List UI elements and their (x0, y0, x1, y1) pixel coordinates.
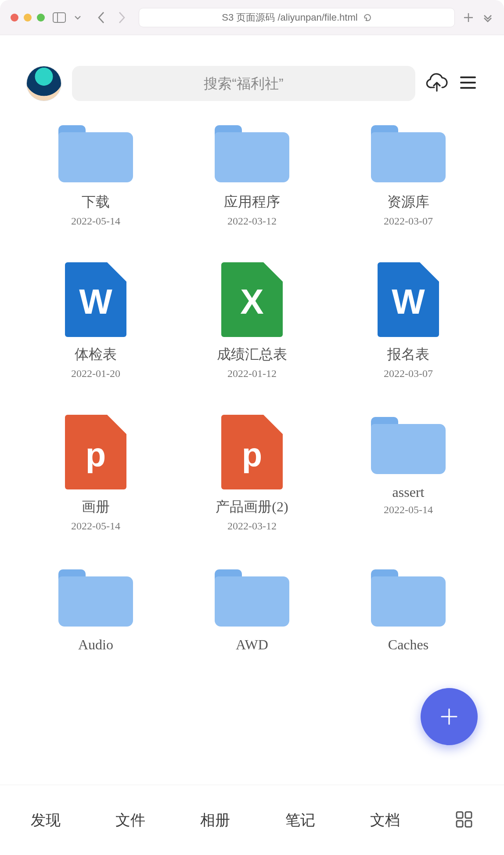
file-item[interactable]: AWD (174, 567, 330, 656)
nav-back-icon[interactable] (97, 11, 106, 24)
word-file-icon: W (58, 262, 133, 337)
file-name: Caches (388, 637, 428, 653)
file-item[interactable]: p画册2022-05-14 (18, 415, 174, 532)
svg-rect-0 (53, 13, 65, 22)
file-grid: 下载2022-05-14应用程序2022-03-12资源库2022-03-07W… (0, 114, 504, 656)
folder-icon (371, 123, 446, 185)
file-name: AWD (236, 637, 268, 653)
file-item[interactable]: assert2022-05-14 (330, 415, 486, 532)
svg-rect-13 (465, 821, 472, 827)
file-date: 2022-01-20 (71, 368, 120, 380)
file-date: 2022-05-14 (384, 504, 433, 516)
tab-docs[interactable]: 文档 (370, 810, 400, 830)
tab-album[interactable]: 相册 (200, 810, 230, 830)
file-date: 2022-03-07 (384, 215, 433, 227)
file-name: 产品画册(2) (216, 497, 288, 517)
file-name: 应用程序 (224, 192, 280, 212)
file-item[interactable]: W报名表2022-03-07 (330, 262, 486, 380)
ppt-file-icon: p (215, 415, 289, 489)
file-item[interactable]: Audio (18, 567, 174, 656)
file-item[interactable]: p产品画册(2)2022-03-12 (174, 415, 330, 532)
file-date: 2022-05-14 (71, 520, 120, 532)
zoom-window-icon[interactable] (37, 14, 45, 22)
file-name: Audio (78, 637, 113, 653)
close-window-icon[interactable] (11, 14, 18, 22)
word-file-icon: W (371, 262, 446, 337)
add-button[interactable] (421, 688, 478, 745)
file-name: 画册 (82, 497, 110, 517)
overflow-icon[interactable] (482, 12, 493, 23)
file-grid-viewport: 下载2022-05-14应用程序2022-03-12资源库2022-03-07W… (0, 114, 504, 782)
folder-icon (371, 567, 446, 629)
file-date: 2022-03-07 (384, 368, 433, 380)
app-header (0, 35, 504, 114)
svg-rect-11 (465, 812, 472, 818)
file-date: 2022-01-12 (227, 368, 277, 380)
tab-files[interactable]: 文件 (115, 810, 145, 830)
ppt-file-icon: p (58, 415, 133, 489)
tab-discover[interactable]: 发现 (31, 810, 61, 830)
file-name: 报名表 (387, 345, 429, 364)
folder-icon (58, 123, 133, 185)
file-item[interactable]: W体检表2022-01-20 (18, 262, 174, 380)
file-item[interactable]: Caches (330, 567, 486, 656)
apps-grid-icon[interactable] (455, 810, 473, 830)
file-date: 2022-03-12 (227, 520, 277, 532)
avatar[interactable] (26, 66, 61, 101)
folder-icon (215, 123, 289, 185)
browser-toolbar: S3 页面源码 /aliyunpan/file.html (0, 0, 504, 35)
file-name: 体检表 (75, 345, 117, 364)
search-text-input[interactable] (85, 76, 402, 92)
minimize-window-icon[interactable] (24, 14, 32, 22)
file-item[interactable]: X成绩汇总表2022-01-12 (174, 262, 330, 380)
file-name: 成绩汇总表 (217, 345, 287, 364)
file-name: assert (392, 484, 425, 500)
svg-rect-12 (457, 821, 463, 827)
file-name: 资源库 (387, 192, 429, 212)
url-text: S3 页面源码 /aliyunpan/file.html (222, 11, 357, 24)
file-item[interactable]: 下载2022-05-14 (18, 123, 174, 227)
file-item[interactable]: 应用程序2022-03-12 (174, 123, 330, 227)
file-date: 2022-05-14 (71, 215, 120, 227)
bottom-nav: 发现 文件 相册 笔记 文档 (0, 785, 504, 855)
reload-icon[interactable] (363, 13, 372, 22)
chevron-down-icon[interactable] (74, 14, 82, 22)
search-input[interactable] (72, 66, 415, 101)
sidebar-toggle-icon[interactable] (53, 12, 66, 23)
window-controls (11, 14, 45, 22)
new-tab-icon[interactable] (463, 12, 474, 23)
menu-icon[interactable] (458, 73, 478, 94)
folder-icon (371, 415, 446, 476)
cloud-upload-icon[interactable] (426, 72, 448, 95)
tab-notes[interactable]: 笔记 (285, 810, 315, 830)
file-name: 下载 (82, 192, 110, 212)
folder-icon (215, 567, 289, 629)
folder-icon (58, 567, 133, 629)
file-date: 2022-03-12 (227, 215, 277, 227)
file-item[interactable]: 资源库2022-03-07 (330, 123, 486, 227)
nav-forward-icon[interactable] (117, 11, 126, 24)
url-bar[interactable]: S3 页面源码 /aliyunpan/file.html (139, 8, 455, 27)
excel-file-icon: X (215, 262, 289, 337)
svg-rect-10 (457, 812, 463, 818)
